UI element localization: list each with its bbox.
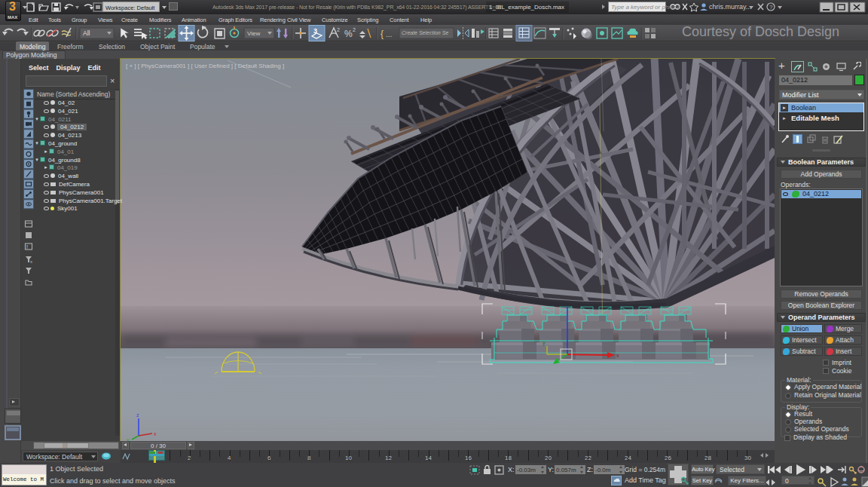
svg-text:[ + ] [ PhysCamera001 ] [ User: [ + ] [ PhysCamera001 ] [ User Defined ]… (126, 63, 284, 69)
svg-text:s: s (30, 259, 32, 264)
svg-text:%: % (344, 29, 353, 39)
svg-text:f: f (26, 244, 28, 250)
svg-text:2: 2 (337, 27, 340, 32)
svg-text:View: View (247, 30, 260, 37)
svg-text:2: 2 (353, 27, 356, 32)
svg-text:x: x (616, 353, 619, 358)
svg-text:x: x (154, 431, 157, 436)
svg-text:z: z (136, 412, 139, 418)
svg-text:3: 3 (313, 27, 317, 35)
svg-text:?: ? (769, 4, 773, 11)
svg-text:y: y (542, 340, 546, 346)
svg-text:Create Selection Se: Create Selection Se (402, 30, 448, 35)
svg-text:All: All (83, 29, 90, 37)
svg-text:...: ... (386, 30, 392, 38)
svg-text:{: { (381, 29, 384, 39)
